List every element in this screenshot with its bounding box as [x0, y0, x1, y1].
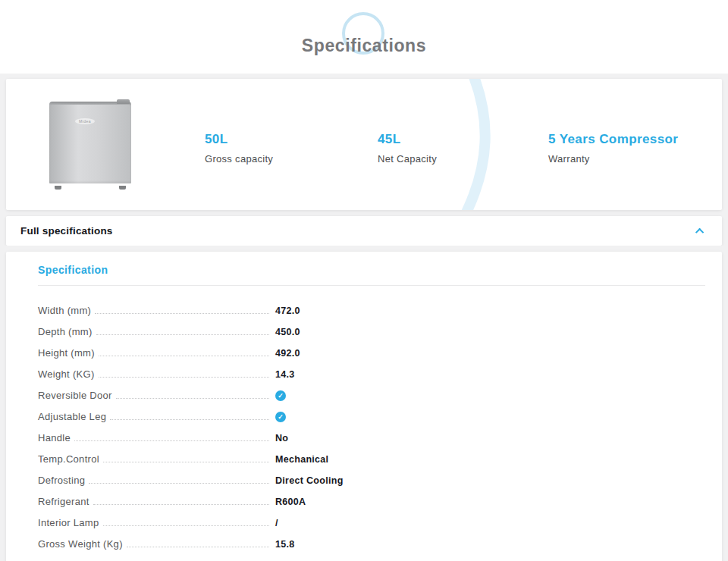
- spec-row: Height (mm) 492.0: [38, 338, 705, 359]
- stat-value: 45L: [378, 132, 544, 147]
- dotted-leader: [103, 462, 269, 462]
- fridge-foot: [55, 186, 61, 190]
- dotted-leader: [116, 398, 269, 399]
- fridge-handle: [117, 99, 130, 104]
- dotted-leader: [99, 356, 269, 356]
- heading-divider: [38, 285, 705, 286]
- dotted-leader: [96, 334, 269, 335]
- specification-table: Width (mm) 472.0 Depth (mm) 450.0 Height…: [38, 296, 705, 550]
- spec-label: Refrigerant: [38, 496, 93, 508]
- spec-label: Weight (KG): [38, 368, 99, 381]
- spec-row: Depth (mm) 450.0: [38, 317, 705, 338]
- dotted-leader: [89, 483, 269, 484]
- stat-label: Net Capacity: [378, 153, 544, 165]
- specification-card: Specification Width (mm) 472.0 Depth (mm…: [6, 252, 722, 561]
- spec-value: 14.3: [275, 368, 295, 381]
- spec-value: R600A: [275, 496, 306, 508]
- stat-net-capacity: 45L Net Capacity: [378, 132, 544, 165]
- dotted-leader: [74, 440, 269, 441]
- spec-label: Height (mm): [38, 347, 99, 359]
- fridge-foot: [119, 186, 126, 190]
- page-title: Specifications: [0, 36, 728, 56]
- spec-value: No: [275, 432, 288, 444]
- check-circle-icon: ✓: [275, 412, 286, 422]
- spec-label: Handle: [38, 432, 74, 444]
- dotted-leader: [95, 313, 269, 314]
- spec-label: Depth (mm): [38, 326, 96, 338]
- brand-logo: Midea: [75, 118, 95, 124]
- spec-label: Adjustable Leg: [38, 411, 110, 423]
- spec-label: Temp.Control: [38, 453, 103, 465]
- spec-row: Weight (KG) 14.3: [38, 359, 705, 381]
- spec-value: Mechanical: [275, 453, 328, 465]
- dotted-leader: [127, 547, 269, 547]
- spec-row: Defrosting Direct Cooling: [38, 465, 705, 487]
- section-divider: [0, 210, 728, 216]
- spec-row: Gross Weight (Kg) 15.8: [38, 529, 705, 550]
- dotted-leader: [99, 377, 269, 378]
- spec-row: Interior Lamp /: [38, 508, 705, 529]
- spec-value: /: [275, 517, 278, 529]
- spec-value: 472.0: [275, 305, 300, 317]
- chevron-up-icon[interactable]: [695, 227, 704, 236]
- specification-heading: Specification: [38, 264, 705, 276]
- spec-row: Adjustable Leg ✓: [38, 402, 705, 423]
- spec-label: Defrosting: [38, 475, 89, 487]
- spec-row: Reversible Door ✓: [38, 381, 705, 402]
- spec-label: Width (mm): [38, 305, 95, 317]
- check-circle-icon: ✓: [275, 390, 286, 401]
- stat-label: Warranty: [548, 153, 715, 165]
- spec-value: 15.8: [275, 538, 295, 550]
- fridge-door: Midea: [49, 105, 131, 183]
- stat-gross-capacity: 50L Gross capacity: [205, 132, 372, 165]
- stat-label: Gross capacity: [205, 153, 372, 165]
- page-header: Specifications: [0, 0, 728, 74]
- section-divider: [0, 246, 728, 252]
- product-image: Midea: [49, 102, 133, 190]
- spec-value: 492.0: [275, 347, 300, 359]
- spec-row: Handle No: [38, 423, 705, 444]
- stat-warranty: 5 Years Compressor Warranty: [548, 132, 715, 165]
- stat-value: 50L: [205, 132, 372, 147]
- product-highlights-card: Midea 50L Gross capacity 45L Net Capacit…: [6, 79, 722, 210]
- full-specifications-toggle[interactable]: Full specifications: [6, 216, 722, 246]
- full-specifications-label: Full specifications: [20, 225, 113, 237]
- spec-value: 450.0: [275, 326, 300, 338]
- spec-label: Reversible Door: [38, 390, 116, 402]
- spec-label: Interior Lamp: [38, 517, 103, 529]
- dotted-leader: [93, 504, 269, 505]
- stat-value: 5 Years Compressor: [548, 132, 715, 147]
- spec-label: Gross Weight (Kg): [38, 538, 127, 550]
- spec-value: Direct Cooling: [275, 475, 344, 487]
- spec-row: Width (mm) 472.0: [38, 296, 705, 317]
- spec-row: Temp.Control Mechanical: [38, 444, 705, 465]
- dotted-leader: [103, 525, 270, 526]
- dotted-leader: [110, 419, 269, 420]
- spec-row: Refrigerant R600A: [38, 487, 705, 508]
- section-divider: [0, 74, 728, 79]
